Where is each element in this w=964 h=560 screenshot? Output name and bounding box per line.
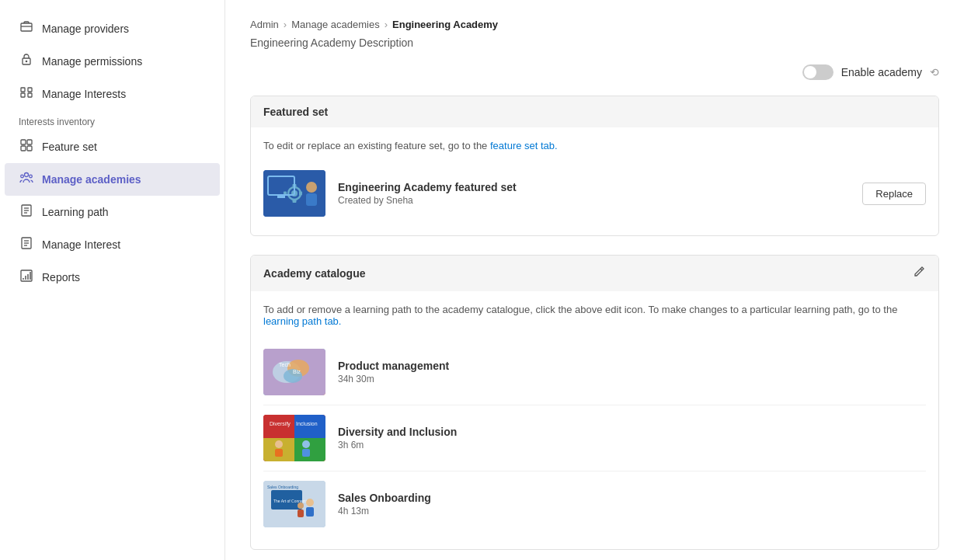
breadcrumb: Admin › Manage academies › Engineering A…	[250, 19, 939, 30]
sidebar-item-feature-set[interactable]: Feature set	[5, 130, 220, 163]
learning-path-tab-link[interactable]: learning path tab.	[263, 315, 341, 327]
catalogue-item-title: Diversity and Inclusion	[338, 426, 926, 438]
learning-path-icon	[19, 203, 34, 221]
catalogue-item-sales-onboarding: Sales Onboarding The Art of Connecting S…	[263, 471, 926, 537]
svg-rect-11	[27, 146, 32, 151]
catalogue-thumbnail-product: Tech Biz	[263, 349, 325, 395]
interests-icon	[19, 85, 34, 103]
svg-rect-64	[298, 510, 304, 517]
svg-rect-36	[277, 196, 285, 198]
svg-point-61	[306, 499, 314, 506]
svg-rect-48	[294, 415, 325, 438]
sidebar-item-manage-providers[interactable]: Manage providers	[5, 12, 220, 45]
svg-point-63	[298, 503, 304, 509]
svg-rect-7	[28, 93, 32, 97]
sidebar-item-manage-academies[interactable]: Manage academies	[5, 163, 220, 196]
academy-catalogue-section: Academy catalogue To add or remove a lea…	[250, 255, 939, 550]
catalogue-thumbnail-sales: Sales Onboarding The Art of Connecting	[263, 481, 325, 527]
sidebar-label: Manage academies	[42, 173, 141, 186]
sidebar-item-manage-interest[interactable]: Manage Interest	[5, 228, 220, 261]
svg-point-12	[25, 173, 29, 177]
featured-set-section: Featured set To edit or replace an exist…	[250, 96, 939, 236]
svg-text:Tech: Tech	[279, 362, 291, 367]
catalogue-item-title: Product management	[338, 360, 926, 372]
sidebar-label: Manage permissions	[42, 55, 142, 68]
academy-catalogue-info: To add or remove a learning path to the …	[263, 304, 926, 327]
svg-text:Inclusion: Inclusion	[296, 421, 318, 426]
enable-academy-toggle[interactable]	[802, 64, 833, 80]
catalogue-item-diversity: Diversify Inclusion Diversity and Inclus…	[263, 405, 926, 471]
svg-point-3	[26, 61, 28, 63]
academy-catalogue-body: To add or remove a learning path to the …	[251, 291, 938, 549]
breadcrumb-manage-academies[interactable]: Manage academies	[291, 19, 379, 30]
svg-rect-38	[306, 193, 317, 206]
featured-set-item-subtitle: Created by Sneha	[338, 195, 850, 206]
catalogue-item-duration: 3h 6m	[338, 440, 926, 450]
sidebar-item-learning-path[interactable]: Learning path	[5, 196, 220, 228]
svg-rect-54	[275, 449, 283, 457]
svg-rect-56	[302, 449, 310, 457]
manage-interest-icon	[19, 236, 34, 253]
sidebar-label: Manage providers	[42, 23, 129, 35]
svg-rect-0	[21, 23, 32, 31]
featured-set-thumbnail	[263, 170, 325, 217]
main-content: Admin › Manage academies › Engineering A…	[225, 0, 964, 560]
catalogue-item-info: Sales Onboarding 4h 13m	[338, 492, 926, 517]
sidebar-item-manage-permissions[interactable]: Manage permissions	[5, 45, 220, 78]
sidebar-item-reports[interactable]: Reports	[5, 261, 220, 294]
feature-set-tab-link[interactable]: feature set tab.	[490, 140, 558, 151]
featured-set-title: Featured set	[263, 106, 328, 118]
svg-line-39	[920, 269, 922, 270]
feature-set-icon	[19, 138, 34, 155]
breadcrumb-sep-2: ›	[385, 19, 388, 30]
svg-text:Sales Onboarding: Sales Onboarding	[267, 485, 298, 489]
svg-point-13	[21, 175, 24, 178]
sidebar: Manage providers Manage permissions Mana…	[0, 0, 225, 560]
svg-rect-4	[21, 88, 25, 92]
toggle-row: Enable academy ⟲	[250, 64, 939, 80]
svg-rect-6	[21, 93, 25, 97]
sidebar-label: Manage Interests	[42, 88, 126, 100]
link-icon[interactable]: ⟲	[930, 66, 939, 78]
breadcrumb-sep-1: ›	[284, 19, 287, 30]
catalogue-item-product-management: Tech Biz Product management 34h 30m	[263, 339, 926, 405]
academy-catalogue-title: Academy catalogue	[263, 267, 366, 280]
svg-text:Diversify: Diversify	[270, 421, 291, 427]
academies-icon	[19, 171, 34, 188]
svg-point-14	[30, 175, 33, 178]
catalogue-item-info: Product management 34h 30m	[338, 360, 926, 384]
svg-rect-10	[21, 146, 26, 151]
svg-text:Biz: Biz	[293, 369, 301, 374]
catalogue-item-title: Sales Onboarding	[338, 492, 926, 504]
catalogue-item-duration: 4h 13m	[338, 506, 926, 517]
edit-icon[interactable]	[912, 265, 926, 282]
catalogue-item-duration: 34h 30m	[338, 374, 926, 384]
svg-rect-9	[27, 140, 32, 144]
sidebar-label: Learning path	[42, 206, 109, 218]
featured-set-header: Featured set	[251, 96, 938, 127]
permissions-icon	[19, 53, 34, 70]
svg-rect-34	[299, 192, 302, 196]
svg-point-55	[302, 440, 310, 448]
svg-rect-62	[306, 507, 314, 517]
featured-set-body: To edit or replace an existing feature s…	[251, 127, 938, 235]
svg-rect-47	[263, 415, 294, 438]
sidebar-label: Feature set	[42, 141, 97, 153]
catalogue-thumbnail-diversity: Diversify Inclusion	[263, 415, 325, 461]
toggle-label: Enable academy	[841, 66, 922, 78]
reports-icon	[19, 269, 34, 286]
sidebar-item-manage-interests[interactable]: Manage Interests	[5, 78, 220, 110]
replace-button[interactable]: Replace	[862, 183, 926, 205]
svg-rect-50	[294, 438, 325, 461]
featured-set-item-title: Engineering Academy featured set	[338, 181, 850, 193]
featured-set-info-text: Engineering Academy featured set Created…	[338, 181, 850, 206]
breadcrumb-admin[interactable]: Admin	[250, 19, 279, 30]
providers-icon	[19, 20, 34, 37]
sidebar-label: Manage Interest	[42, 238, 120, 251]
breadcrumb-engineering-academy: Engineering Academy	[392, 19, 498, 30]
svg-rect-8	[21, 140, 26, 144]
featured-set-item: Engineering Academy featured set Created…	[263, 164, 926, 223]
featured-set-info: To edit or replace an existing feature s…	[263, 140, 926, 151]
sidebar-section-interests-inventory: Interests inventory	[5, 110, 224, 130]
toggle-knob	[804, 66, 816, 78]
